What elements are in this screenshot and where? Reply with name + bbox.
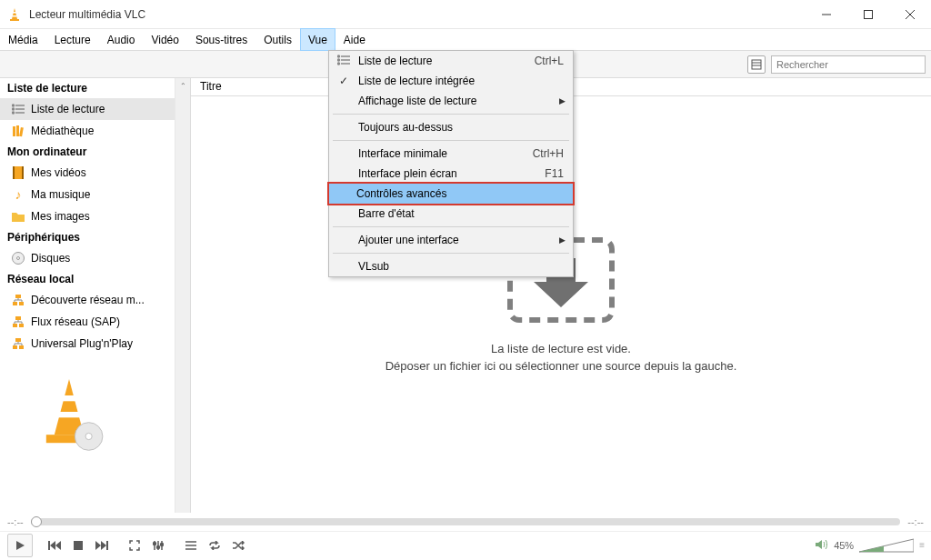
menu-outils[interactable]: Outils — [255, 29, 300, 50]
svg-rect-21 — [13, 166, 15, 179]
sidebar-item[interactable]: Flux réseau (SAP) — [0, 311, 190, 333]
check-icon: ✓ — [336, 75, 351, 87]
minimize-button[interactable] — [806, 0, 847, 28]
view-mode-button[interactable] — [747, 55, 766, 74]
menu-shortcut: Ctrl+L — [535, 55, 564, 67]
sidebar-item-label: Mes vidéos — [31, 166, 86, 179]
sidebar-item-label: Ma musique — [31, 188, 90, 201]
svg-marker-0 — [12, 8, 17, 19]
empty-playlist-title: La liste de lecture est vide. — [491, 342, 631, 355]
svg-rect-33 — [19, 345, 24, 349]
playlist-toggle-button[interactable] — [180, 535, 202, 555]
sidebar-item[interactable]: Liste de lecture — [0, 98, 190, 120]
menu-vidéo[interactable]: Vidéo — [143, 29, 186, 50]
menu-separator — [333, 114, 569, 115]
menu-item[interactable]: VLsub — [329, 256, 573, 276]
menu-item[interactable]: Interface minimaleCtrl+H — [329, 144, 573, 164]
search-input[interactable]: Rechercher — [771, 55, 926, 74]
volume-slider[interactable] — [859, 537, 914, 554]
menu-item[interactable]: Contrôles avancés — [327, 182, 575, 205]
sidebar-item[interactable]: Découverte réseau m... — [0, 289, 190, 311]
menu-item[interactable]: Ajouter une interface▶ — [329, 230, 573, 250]
svg-marker-55 — [101, 541, 106, 550]
svg-point-47 — [338, 63, 340, 65]
sidebar-item[interactable]: Universal Plug'n'Play — [0, 333, 190, 355]
network-icon — [11, 315, 25, 329]
menu-item[interactable]: Barre d'état — [329, 204, 573, 224]
svg-point-24 — [17, 257, 20, 260]
menu-item-label: Interface plein écran — [358, 167, 457, 180]
menu-item[interactable]: Toujours au-dessus — [329, 117, 573, 137]
menu-item[interactable]: Affichage liste de lecture▶ — [329, 91, 573, 111]
sidebar-scrollbar[interactable]: ⌃ — [175, 78, 190, 513]
menu-sous-titres[interactable]: Sous-titres — [187, 29, 255, 50]
svg-point-61 — [157, 545, 160, 548]
menu-aide[interactable]: Aide — [335, 29, 374, 50]
svg-rect-17 — [13, 126, 15, 136]
svg-rect-26 — [13, 302, 17, 305]
close-button[interactable] — [889, 0, 931, 28]
volume-percent: 45% — [834, 540, 854, 551]
sidebar-item[interactable]: Mes images — [0, 205, 190, 227]
next-button[interactable] — [91, 535, 113, 555]
sidebar-item-label: Universal Plug'n'Play — [31, 337, 133, 350]
film-icon — [11, 165, 25, 180]
svg-rect-35 — [59, 395, 79, 401]
svg-marker-54 — [95, 541, 101, 550]
extended-settings-button[interactable] — [147, 535, 169, 555]
menu-separator — [333, 140, 569, 141]
menu-shortcut: F11 — [545, 167, 564, 180]
menu-item-label: Liste de lecture — [358, 55, 432, 67]
menu-item[interactable]: Liste de lectureCtrl+L — [329, 51, 573, 71]
sidebar-item[interactable]: Médiathèque — [0, 120, 190, 142]
music-icon: ♪ — [11, 187, 25, 202]
svg-rect-25 — [15, 295, 21, 298]
menu-separator — [333, 226, 569, 227]
prev-button[interactable] — [44, 535, 65, 555]
menu-shortcut: Ctrl+H — [533, 147, 564, 160]
sidebar-item-label: Médiathèque — [31, 125, 94, 137]
network-icon — [11, 293, 25, 307]
menubar: MédiaLectureAudioVidéoSous-titresOutilsV… — [0, 29, 931, 51]
svg-point-15 — [13, 108, 15, 110]
sidebar-item-label: Flux réseau (SAP) — [31, 315, 120, 328]
menu-lecture[interactable]: Lecture — [46, 29, 99, 50]
time-elapsed: --:-- — [7, 516, 24, 527]
menu-vue[interactable]: Vue — [300, 28, 335, 51]
seek-slider[interactable] — [31, 518, 901, 525]
sidebar: Liste de lectureListe de lectureMédiathè… — [0, 78, 191, 513]
mute-icon[interactable] — [816, 539, 828, 552]
sidebar-header: Liste de lecture — [0, 78, 190, 98]
sidebar-item-label: Disques — [31, 252, 70, 265]
svg-marker-52 — [55, 541, 61, 550]
svg-marker-66 — [816, 540, 822, 549]
menu-item[interactable]: Interface plein écranF11 — [329, 164, 573, 184]
folder-icon — [11, 209, 25, 224]
maximize-button[interactable] — [847, 0, 889, 28]
menu-média[interactable]: Média — [0, 29, 46, 50]
play-button[interactable] — [7, 534, 33, 557]
window-title: Lecteur multimédia VLC — [29, 8, 806, 21]
svg-rect-27 — [19, 302, 24, 305]
svg-rect-28 — [15, 316, 21, 320]
sidebar-item[interactable]: ♪Ma musique — [0, 184, 190, 205]
album-art-placeholder — [0, 355, 190, 455]
sidebar-item[interactable]: Disques — [0, 247, 190, 269]
sidebar-item-label: Découverte réseau m... — [31, 294, 145, 306]
submenu-arrow-icon: ▶ — [559, 235, 566, 245]
sidebar-item[interactable]: Mes vidéos — [0, 162, 190, 184]
svg-marker-48 — [16, 541, 25, 550]
svg-rect-1 — [13, 12, 16, 14]
shuffle-button[interactable] — [227, 535, 249, 555]
stop-button[interactable] — [67, 535, 89, 555]
loop-button[interactable] — [204, 535, 225, 555]
svg-point-39 — [85, 433, 92, 439]
svg-marker-51 — [50, 541, 55, 550]
menu-item-label: Liste de lecture intégrée — [358, 75, 475, 87]
menu-item-label: Contrôles avancés — [356, 187, 446, 200]
library-icon — [11, 124, 25, 138]
menu-item[interactable]: ✓Liste de lecture intégrée — [329, 71, 573, 91]
sidebar-item-label: Liste de lecture — [31, 103, 105, 115]
menu-audio[interactable]: Audio — [99, 29, 144, 50]
fullscreen-button[interactable] — [124, 535, 145, 555]
